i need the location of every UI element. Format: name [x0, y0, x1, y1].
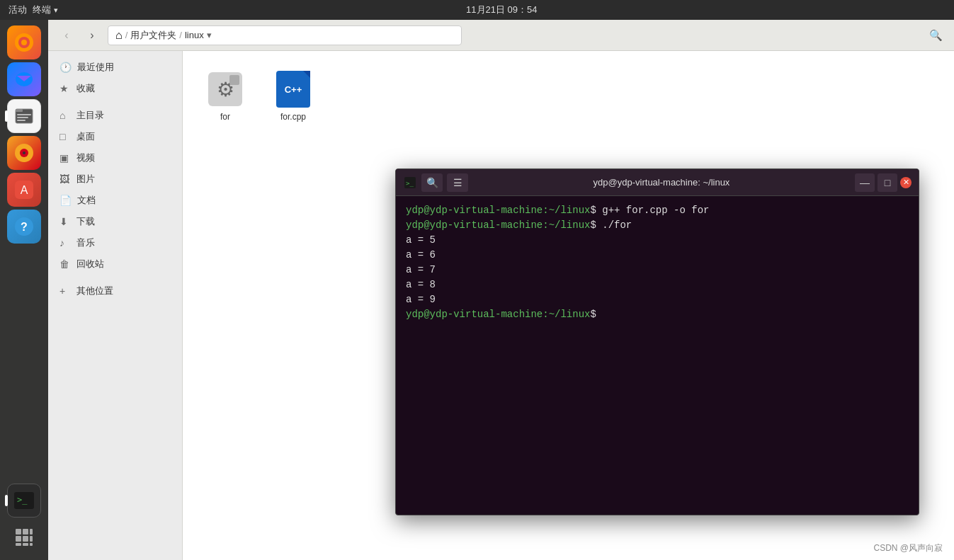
- dock-item-thunderbird[interactable]: [7, 62, 41, 96]
- sidebar-label-music: 音乐: [76, 236, 95, 249]
- desktop-icon: □: [59, 131, 71, 142]
- sidebar-item-other[interactable]: + 其他位置: [48, 280, 182, 302]
- sidebar-item-bookmarks[interactable]: ★ 收藏: [48, 78, 182, 99]
- file-label-for: for: [220, 112, 230, 122]
- svg-rect-7: [17, 114, 31, 115]
- terminal-window: >_ 🔍 ☰ ydp@ydp-virtual-machine: ~/linux …: [395, 168, 919, 515]
- svg-point-12: [23, 152, 25, 154]
- file-icon-forcpp: C++: [275, 71, 312, 108]
- dock-item-files[interactable]: [7, 99, 41, 133]
- exec-icon: ⚙: [208, 72, 242, 106]
- breadcrumb: ⌂ / 用户文件夹 / linux ▾: [108, 25, 462, 45]
- svg-rect-23: [23, 536, 28, 542]
- output-5: a = 9: [406, 294, 436, 305]
- dock-grid-button[interactable]: [7, 520, 41, 554]
- terminal-window-controls: — □ ✕: [855, 173, 912, 192]
- dock-item-appstore[interactable]: A: [7, 173, 41, 207]
- gear-icon: ⚙: [217, 78, 234, 101]
- svg-rect-6: [16, 109, 23, 112]
- sidebar-label-trash: 回收站: [76, 258, 104, 270]
- svg-text:?: ?: [21, 221, 28, 233]
- svg-rect-9: [17, 120, 25, 121]
- prompt-1: ydp@ydp-virtual-machine:~/linux: [406, 205, 590, 216]
- terminal-output-4: a = 8: [406, 278, 909, 292]
- back-button[interactable]: ‹: [57, 25, 76, 45]
- maximize-button[interactable]: □: [878, 173, 897, 192]
- minimize-button[interactable]: —: [855, 173, 875, 192]
- dock-item-terminal[interactable]: >_: [7, 484, 41, 518]
- sidebar-label-desktop: 桌面: [76, 130, 95, 143]
- terminal-line-3: ydp@ydp-virtual-machine:~/linux$: [406, 307, 909, 322]
- output-4: a = 8: [406, 279, 436, 290]
- terminal-search-button[interactable]: 🔍: [421, 173, 443, 192]
- terminal-body[interactable]: ydp@ydp-virtual-machine:~/linux$ g++ for…: [396, 196, 919, 515]
- sidebar-label-videos: 视频: [76, 152, 95, 164]
- sidebar-label-recent: 最近使用: [77, 61, 114, 74]
- svg-rect-27: [30, 543, 33, 546]
- sidebar-label-home: 主目录: [76, 109, 104, 122]
- fm-toolbar: ‹ › ⌂ / 用户文件夹 / linux ▾ 🔍: [48, 20, 954, 51]
- svg-text:A: A: [21, 184, 28, 196]
- picture-icon: 🖼: [59, 173, 71, 185]
- sidebar-item-recent[interactable]: 🕐 最近使用: [48, 57, 182, 78]
- terminal-output-2: a = 6: [406, 248, 909, 263]
- sidebar-item-music[interactable]: ♪ 音乐: [48, 232, 182, 253]
- sidebar-item-videos[interactable]: ▣ 视频: [48, 147, 182, 168]
- cmd-1: $ g++ for.cpp -o for: [590, 205, 709, 216]
- terminal-app-label[interactable]: 终端 ▾: [33, 4, 58, 16]
- breadcrumb-chevron[interactable]: ▾: [207, 30, 212, 40]
- watermark: CSDN @风声向寂: [873, 542, 943, 554]
- file-item-for[interactable]: ⚙ for: [197, 65, 254, 127]
- close-button[interactable]: ✕: [900, 177, 912, 188]
- svg-rect-24: [30, 536, 33, 542]
- fm-sidebar: 🕐 最近使用 ★ 收藏 ⌂ 主目录 □ 桌面 ▣ 视频 🖼 图片: [48, 51, 183, 560]
- svg-rect-25: [16, 543, 21, 546]
- file-icon-for: ⚙: [207, 71, 244, 108]
- svg-rect-22: [16, 536, 21, 542]
- breadcrumb-root[interactable]: 用户文件夹: [130, 29, 176, 42]
- dock-item-rhythmbox[interactable]: [7, 136, 41, 170]
- home-icon2: ⌂: [59, 110, 71, 121]
- search-button[interactable]: 🔍: [926, 25, 946, 45]
- prompt-2: ydp@ydp-virtual-machine:~/linux: [406, 219, 590, 231]
- cpp-icon: C++: [276, 71, 310, 108]
- sidebar-label-other: 其他位置: [76, 285, 113, 297]
- music-icon: ♪: [59, 237, 71, 248]
- svg-rect-8: [17, 117, 28, 118]
- svg-rect-21: [30, 529, 33, 535]
- breadcrumb-sep1: /: [125, 30, 128, 40]
- prompt-3: ydp@ydp-virtual-machine:~/linux: [406, 309, 590, 320]
- output-1: a = 5: [406, 234, 436, 246]
- svg-rect-26: [23, 543, 28, 546]
- topbar: 活动 终端 ▾ 11月21日 09：54: [0, 0, 954, 20]
- sidebar-item-downloads[interactable]: ⬇ 下载: [48, 211, 182, 232]
- sidebar-item-pictures[interactable]: 🖼 图片: [48, 168, 182, 190]
- activities-label[interactable]: 活动: [8, 4, 27, 16]
- terminal-app-icon: >_: [403, 176, 417, 190]
- dock-item-help[interactable]: ?: [7, 210, 41, 244]
- terminal-menu-button[interactable]: ☰: [447, 173, 468, 192]
- topbar-left: 活动 终端 ▾: [8, 4, 58, 16]
- output-2: a = 6: [406, 249, 436, 261]
- sidebar-label-bookmarks: 收藏: [76, 82, 95, 95]
- sidebar-label-pictures: 图片: [76, 173, 95, 185]
- recent-icon: 🕐: [59, 62, 72, 73]
- docs-icon: 📄: [59, 195, 72, 206]
- file-item-forcpp[interactable]: C++ for.cpp: [265, 65, 322, 127]
- sidebar-item-documents[interactable]: 📄 文档: [48, 190, 182, 211]
- svg-rect-20: [23, 529, 28, 535]
- breadcrumb-current: linux: [185, 30, 204, 40]
- terminal-output-3: a = 7: [406, 263, 909, 278]
- sidebar-item-home[interactable]: ⌂ 主目录: [48, 105, 182, 126]
- forward-button[interactable]: ›: [82, 25, 102, 45]
- cmd-2: $ ./for: [590, 219, 632, 231]
- output-3: a = 7: [406, 264, 436, 275]
- home-icon[interactable]: ⌂: [115, 29, 123, 42]
- sidebar-label-documents: 文档: [77, 194, 96, 207]
- terminal-output-1: a = 5: [406, 233, 909, 248]
- dock-item-firefox[interactable]: [7, 25, 41, 59]
- sidebar-item-trash[interactable]: 🗑 回收站: [48, 253, 182, 275]
- sidebar-item-desktop[interactable]: □ 桌面: [48, 126, 182, 147]
- terminal-title: ydp@ydp-virtual-machine: ~/linux: [472, 177, 851, 188]
- svg-point-2: [21, 40, 27, 45]
